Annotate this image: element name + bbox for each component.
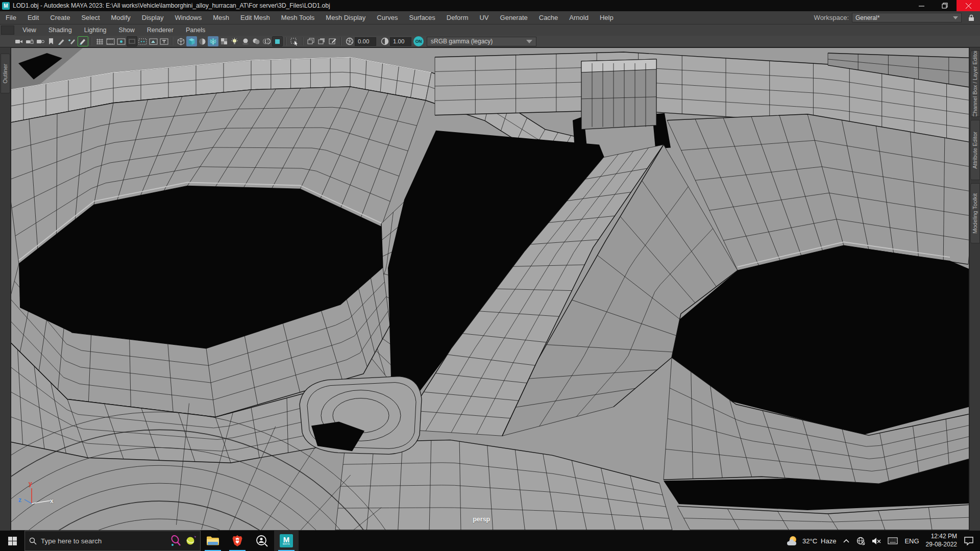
view-axis-gizmo: y z x (18, 480, 64, 516)
axis-y-label: y (29, 480, 32, 487)
lock-camera-icon[interactable] (24, 36, 35, 46)
maya-taskbar-button[interactable]: M MAYA (274, 531, 299, 551)
workspace-label: Workspace: (814, 14, 849, 21)
paste-view-icon[interactable] (316, 36, 327, 46)
weather-widget[interactable]: 32°C Haze (787, 536, 836, 546)
edit-view-icon[interactable] (327, 36, 338, 46)
tab-channel-box-layer-editor[interactable]: Channel Box / Layer Editor (970, 51, 980, 117)
menu-windows[interactable]: Windows (169, 11, 207, 24)
search-placeholder: Type here to search (41, 537, 166, 545)
network-globe-icon[interactable] (856, 537, 865, 545)
menu-edit-mesh[interactable]: Edit Mesh (235, 11, 276, 24)
gamma-icon[interactable] (379, 36, 390, 46)
toolbar-separator (172, 37, 173, 45)
left-tool-strip: Outliner (0, 47, 11, 531)
language-indicator[interactable]: ENG (904, 537, 919, 545)
shadows-icon[interactable] (240, 36, 251, 46)
gate-mask-icon[interactable] (127, 36, 137, 46)
menu-deform[interactable]: Deform (441, 11, 474, 24)
motion-blur-icon[interactable] (261, 36, 272, 46)
grid-icon[interactable] (94, 36, 105, 46)
menu-surfaces[interactable]: Surfaces (404, 11, 441, 24)
exposure-field[interactable] (355, 37, 376, 46)
copy-view-icon[interactable] (306, 36, 316, 46)
menu-display[interactable]: Display (136, 11, 169, 24)
tray-chevron-up-icon[interactable] (843, 539, 850, 543)
tab-outliner[interactable]: Outliner (1, 54, 10, 93)
panel-menu-view[interactable]: View (16, 27, 42, 34)
close-button[interactable] (957, 0, 980, 11)
view-transform-dropdown[interactable]: sRGB gamma (legacy) (427, 37, 536, 46)
panel-menu-renderer[interactable]: Renderer (141, 27, 180, 34)
workspace-lock-icon[interactable] (966, 14, 977, 21)
toolbar-separator (285, 37, 286, 45)
menu-mesh-tools[interactable]: Mesh Tools (276, 11, 321, 24)
perspective-viewport[interactable]: persp y z x (11, 47, 969, 531)
shaded-mode-icon[interactable] (186, 36, 197, 46)
start-button[interactable] (0, 531, 24, 551)
grease-pencil-active-icon[interactable] (78, 36, 88, 46)
grease-pencil-frames-icon[interactable] (67, 36, 78, 46)
isolate-select-icon[interactable] (289, 36, 300, 46)
wireframe-on-shaded-icon[interactable] (208, 36, 218, 46)
restore-button[interactable] (933, 0, 957, 11)
gamma-field[interactable] (390, 37, 411, 46)
main-menu-bar: File Edit Create Select Modify Display W… (0, 11, 980, 24)
textured-mode-icon[interactable] (197, 36, 208, 46)
lighting-bulb-icon[interactable] (229, 36, 240, 46)
bookmark-icon[interactable] (45, 36, 56, 46)
menu-select[interactable]: Select (76, 11, 105, 24)
menu-cache[interactable]: Cache (533, 11, 564, 24)
title-bar: M LOD1.obj - Autodesk MAYA 2023: E:\All … (0, 0, 980, 11)
film-gate-icon[interactable] (105, 36, 116, 46)
anti-aliasing-icon[interactable] (272, 36, 283, 46)
use-default-material-icon[interactable] (218, 36, 229, 46)
snap-camera-icon[interactable] (13, 36, 24, 46)
panel-menu-lighting[interactable]: Lighting (78, 27, 113, 34)
taskbar-search[interactable]: Type here to search (24, 531, 201, 551)
wireframe-mode-icon[interactable] (176, 36, 186, 46)
chevron-down-icon (953, 16, 958, 19)
search-app-taskbar-button[interactable] (250, 531, 274, 551)
resolution-gate-icon[interactable] (116, 36, 127, 46)
menu-create[interactable]: Create (44, 11, 76, 24)
volume-muted-icon[interactable] (872, 537, 881, 545)
notification-center-icon[interactable] (964, 536, 974, 545)
menu-help[interactable]: Help (594, 11, 619, 24)
menu-modify[interactable]: Modify (106, 11, 136, 24)
panel-corner-box[interactable] (1, 26, 14, 35)
tab-attribute-editor[interactable]: Attribute Editor (970, 120, 980, 180)
menu-uv[interactable]: UV (474, 11, 494, 24)
maya-icon: M MAYA (280, 534, 293, 547)
file-explorer-taskbar-button[interactable] (201, 531, 225, 551)
panel-menu-panels[interactable]: Panels (180, 27, 211, 34)
camera-attributes-icon[interactable] (35, 36, 45, 46)
panel-menu-shading[interactable]: Shading (42, 27, 78, 34)
menu-arnold[interactable]: Arnold (564, 11, 594, 24)
menu-curves[interactable]: Curves (371, 11, 403, 24)
minimize-button[interactable] (910, 0, 933, 11)
field-chart-icon[interactable] (137, 36, 148, 46)
safe-title-icon[interactable] (159, 36, 169, 46)
color-management-toggle[interactable]: ON (413, 36, 424, 46)
menu-edit[interactable]: Edit (22, 11, 44, 24)
workspace-value: General* (855, 14, 879, 21)
clock-widget[interactable]: 12:42 PM 29-08-2022 (926, 533, 957, 548)
panel-menu-show[interactable]: Show (113, 27, 141, 34)
menu-generate[interactable]: Generate (495, 11, 533, 24)
menu-mesh[interactable]: Mesh (207, 11, 235, 24)
ambient-occlusion-icon[interactable] (251, 36, 261, 46)
tab-modeling-toolkit[interactable]: Modeling Toolkit (970, 183, 980, 243)
exposure-icon[interactable] (344, 36, 355, 46)
menu-mesh-display[interactable]: Mesh Display (320, 11, 371, 24)
safe-action-icon[interactable] (148, 36, 159, 46)
menu-file[interactable]: File (0, 11, 22, 24)
grease-pencil-icon[interactable] (56, 36, 67, 46)
brave-taskbar-button[interactable] (225, 531, 250, 551)
temperature: 32°C (802, 537, 817, 545)
tray-time: 12:42 PM (926, 533, 957, 541)
person-search-icon (256, 535, 268, 547)
touch-keyboard-icon[interactable] (888, 537, 898, 544)
camera-label: persp (473, 516, 490, 523)
workspace-dropdown[interactable]: General* (852, 13, 962, 22)
